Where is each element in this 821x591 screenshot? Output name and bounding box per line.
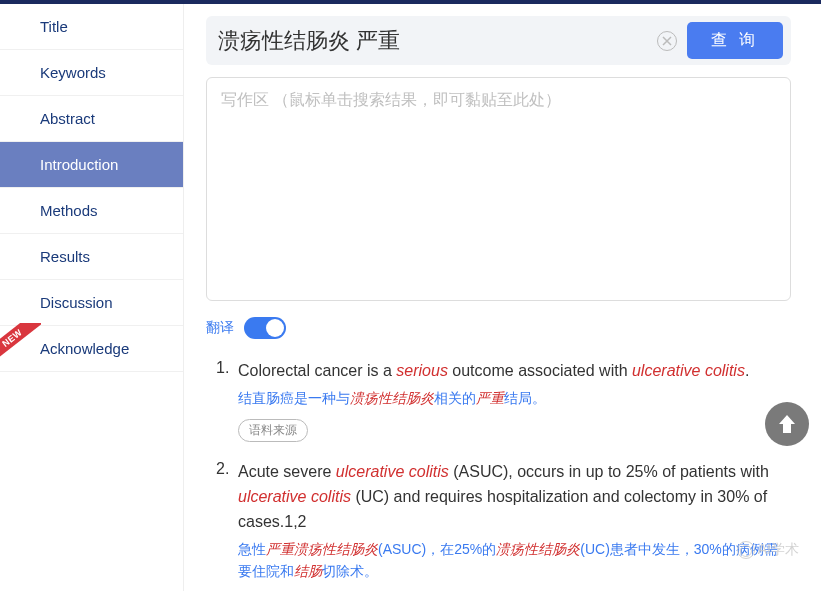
sidebar-item-title[interactable]: Title	[0, 4, 183, 50]
main-container: TitleKeywordsAbstractIntroductionMethods…	[0, 4, 821, 591]
sidebar-item-abstract[interactable]: Abstract	[0, 96, 183, 142]
source-button[interactable]: 语料来源	[238, 419, 308, 442]
search-bar: 查 询	[206, 16, 791, 65]
result-chinese: 结直肠癌是一种与溃疡性结肠炎相关的严重结局。	[238, 388, 791, 410]
result-number: 2.	[216, 460, 238, 590]
result-english: Colorectal cancer is a serious outcome a…	[238, 359, 791, 384]
search-input[interactable]	[218, 28, 657, 54]
sidebar-item-acknowledge[interactable]: Acknowledge	[0, 326, 183, 372]
sidebar: TitleKeywordsAbstractIntroductionMethods…	[0, 4, 184, 591]
translate-label: 翻译	[206, 319, 234, 337]
editor-area	[206, 77, 791, 301]
translate-row: 翻译	[206, 317, 791, 339]
editor-textarea[interactable]	[221, 90, 776, 288]
new-badge-icon	[0, 323, 41, 363]
sidebar-item-methods[interactable]: Methods	[0, 188, 183, 234]
sidebar-item-keywords[interactable]: Keywords	[0, 50, 183, 96]
scroll-top-button[interactable]	[765, 402, 809, 446]
result-english: Acute severe ulcerative colitis (ASUC), …	[238, 460, 791, 534]
result-chinese: 急性严重溃疡性结肠炎(ASUC)，在25%的溃疡性结肠炎(UC)患者中发生，30…	[238, 539, 791, 582]
sidebar-item-results[interactable]: Results	[0, 234, 183, 280]
clear-icon[interactable]	[657, 31, 677, 51]
arrow-up-icon	[775, 412, 799, 436]
search-button[interactable]: 查 询	[687, 22, 783, 59]
sidebar-item-discussion[interactable]: Discussion	[0, 280, 183, 326]
results-list: 1.Colorectal cancer is a serious outcome…	[206, 359, 791, 590]
result-body: Acute severe ulcerative colitis (ASUC), …	[238, 460, 791, 590]
sidebar-item-introduction[interactable]: Introduction	[0, 142, 183, 188]
result-item[interactable]: 2.Acute severe ulcerative colitis (ASUC)…	[216, 460, 791, 590]
result-body: Colorectal cancer is a serious outcome a…	[238, 359, 791, 442]
translate-toggle[interactable]	[244, 317, 286, 339]
result-item[interactable]: 1.Colorectal cancer is a serious outcome…	[216, 359, 791, 442]
result-number: 1.	[216, 359, 238, 442]
main-content: 查 询 翻译 1.Colorectal cancer is a serious …	[184, 4, 821, 591]
